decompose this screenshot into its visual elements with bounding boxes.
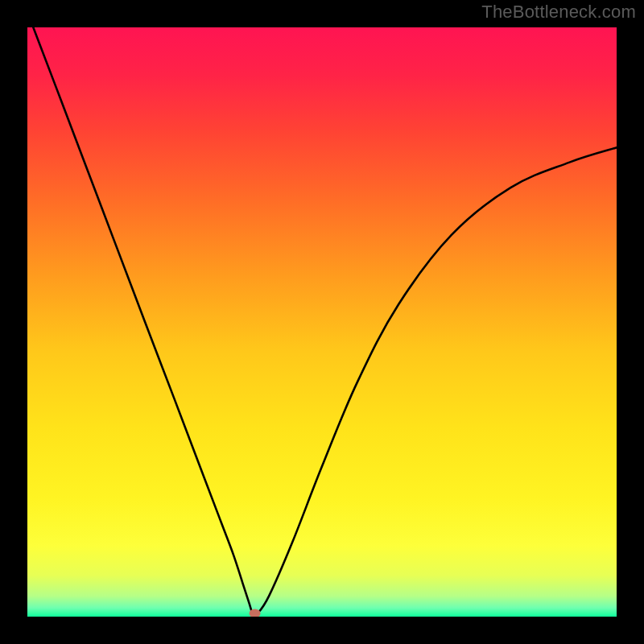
chart-container: TheBottleneck.com — [0, 0, 644, 644]
gradient-bg — [27, 27, 617, 617]
watermark-text: TheBottleneck.com — [481, 2, 636, 23]
chart-svg — [27, 27, 617, 617]
plot-area — [27, 27, 617, 617]
